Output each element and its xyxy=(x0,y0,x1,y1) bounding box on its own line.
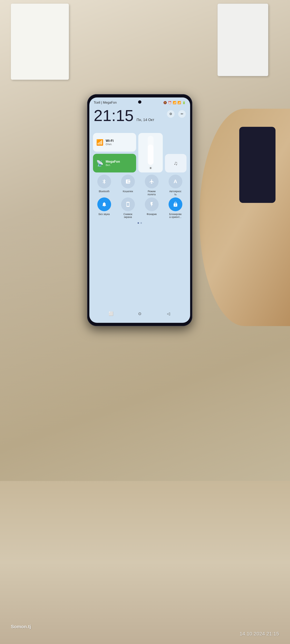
signal-icon: 📡 xyxy=(96,160,104,167)
bluetooth-cell[interactable]: Bluetooth xyxy=(93,175,115,196)
date-display: Пн, 14 Окт xyxy=(136,118,154,122)
battery-icon: 🔋 xyxy=(182,101,186,104)
flashlight-label: Фонарик xyxy=(147,213,157,216)
alarm-icon: ⏰ xyxy=(168,101,172,104)
mute-label: Без звука xyxy=(99,213,110,216)
bluetooth-icon-circle[interactable] xyxy=(97,175,111,188)
megafon-tile[interactable]: 📡 MegaFon Вкл. xyxy=(93,154,136,172)
airplane-cell[interactable]: Режимполета xyxy=(140,175,163,196)
orientation-lock-icon-circle[interactable] xyxy=(169,198,182,211)
carrier-label: Tcell | MegaFon xyxy=(94,101,117,104)
brightness-icon: ☀ xyxy=(149,166,152,170)
wifi-tile[interactable]: 📶 Wi-Fi Откл. xyxy=(93,133,136,152)
screenshot-cell[interactable]: Снимокэкрана xyxy=(117,198,139,219)
music-tile[interactable]: ♫ xyxy=(165,154,186,172)
left-tiles: 📶 Wi-Fi Откл. 📡 MegaFon Вкл. xyxy=(93,133,136,172)
page-dots xyxy=(93,222,186,224)
megafon-subtitle: Вкл. xyxy=(106,164,120,166)
dot-2 xyxy=(140,222,142,224)
smartphone: Tcell | MegaFon 🔕 ⏰ 📶 📶 🔋 21:15 Пн, 14 О… xyxy=(87,94,192,326)
brightness-tile[interactable]: ☀ xyxy=(138,133,163,172)
bottom-tablecloth xyxy=(0,481,290,644)
wallet-icon-circle[interactable] xyxy=(121,175,135,188)
wifi-subtitle: Откл. xyxy=(106,143,114,146)
status-icons: 🔕 ⏰ 📶 📶 🔋 xyxy=(163,101,186,104)
auto-brightness-cell[interactable]: A Автояркость xyxy=(164,175,186,196)
screenshot-icon-circle[interactable] xyxy=(121,198,135,211)
mute-icon: 🔕 xyxy=(163,101,167,104)
screenshot-label: Снимокэкрана xyxy=(123,213,132,219)
signal2-icon: 📶 xyxy=(177,101,181,104)
airplane-label: Режимполета xyxy=(148,190,156,196)
mute-icon-circle[interactable] xyxy=(97,198,111,211)
home-button[interactable]: ⊙ xyxy=(135,309,144,318)
wifi-info: Wi-Fi Откл. xyxy=(106,139,114,146)
wallet-label: Кошелек xyxy=(123,190,133,193)
navigation-bar: ⬜ ⊙ ◁ xyxy=(89,309,190,318)
dot-1 xyxy=(138,222,139,224)
wifi-title: Wi-Fi xyxy=(106,139,114,143)
brightness-bar xyxy=(148,136,154,165)
phone-case xyxy=(239,127,275,203)
wallet-cell[interactable]: Кошелек xyxy=(117,175,139,196)
timestamp-watermark: 14.10.2024 21:15 xyxy=(240,631,279,637)
signal1-icon: 📶 xyxy=(173,101,176,104)
auto-brightness-label: Автояркость xyxy=(169,190,181,196)
quick-settings-panel: 📶 Wi-Fi Откл. 📡 MegaFon Вкл. xyxy=(93,133,186,224)
auto-brightness-letter: A xyxy=(173,178,177,184)
recents-button[interactable]: ⬜ xyxy=(106,309,116,318)
icon-grid-row2: Без звука Снимокэкрана xyxy=(93,198,186,219)
auto-brightness-icon-circle[interactable]: A xyxy=(169,175,182,188)
mute-cell[interactable]: Без звука xyxy=(93,198,115,219)
top-tiles-row: 📶 Wi-Fi Откл. 📡 MegaFon Вкл. xyxy=(93,133,186,172)
wifi-icon: 📶 xyxy=(96,139,104,146)
edit-icon[interactable]: ✏ xyxy=(178,110,186,118)
orientation-lock-cell[interactable]: Блокировка ориент... xyxy=(164,198,186,219)
brightness-fill xyxy=(148,144,154,165)
airplane-icon-circle[interactable] xyxy=(145,175,159,188)
flashlight-cell[interactable]: Фонарик xyxy=(140,198,163,219)
camera-notch xyxy=(138,100,141,104)
white-box-left xyxy=(11,4,69,80)
right-column-tiles: ♫ xyxy=(165,133,186,172)
orientation-lock-label: Блокировка ориент... xyxy=(169,213,181,219)
somon-logo: Somon.tj xyxy=(11,624,31,630)
phone-box-right xyxy=(217,4,268,76)
megafon-info: MegaFon Вкл. xyxy=(106,160,120,166)
clock-display: 21:15 xyxy=(94,108,134,124)
bluetooth-label: Bluetooth xyxy=(99,190,110,193)
settings-shortcut-icon[interactable]: ⚙ xyxy=(167,110,175,118)
music-icon: ♫ xyxy=(174,160,178,166)
flashlight-icon-circle[interactable] xyxy=(145,198,159,211)
time-area: 21:15 Пн, 14 Окт xyxy=(94,108,154,124)
back-button[interactable]: ◁ xyxy=(164,309,173,318)
action-icons-area: ⚙ ✏ xyxy=(167,110,186,118)
phone-screen: Tcell | MegaFon 🔕 ⏰ 📶 📶 🔋 21:15 Пн, 14 О… xyxy=(89,98,190,323)
icon-grid-row1: Bluetooth Кошелек xyxy=(93,175,186,196)
megafon-title: MegaFon xyxy=(106,160,120,164)
